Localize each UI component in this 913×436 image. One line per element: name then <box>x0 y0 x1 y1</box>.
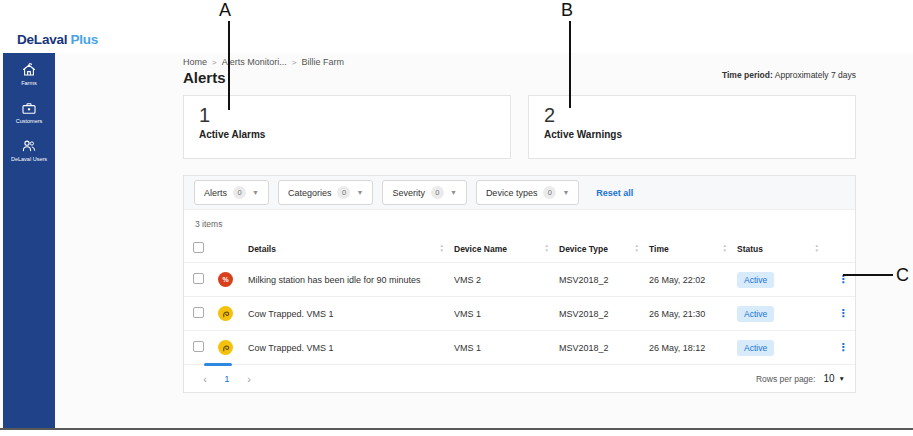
sidebar-nav: Farms Customers <box>3 53 55 428</box>
row-checkbox[interactable] <box>193 273 204 284</box>
summary-cards: 1 Active Alarms 2 Active Warnings <box>183 95 856 159</box>
breadcrumb: Home > Alerts Monitori... > Billie Farm <box>183 57 856 67</box>
breadcrumb-separator: > <box>212 58 217 67</box>
table-row: Cow Trapped. VMS 1 VMS 1 MSV2018_2 26 Ma… <box>184 296 855 330</box>
filter-count-badge: 0 <box>543 186 556 199</box>
alert-details: Milking station has been idle for 90 min… <box>248 275 454 285</box>
breadcrumb-home[interactable]: Home <box>183 57 207 67</box>
app-body: Farms Customers <box>0 53 913 428</box>
rows-per-page-select[interactable]: 10 <box>823 373 834 384</box>
next-page-button[interactable]: › <box>238 373 260 385</box>
active-page-indicator <box>204 363 232 366</box>
status-badge[interactable]: Active <box>737 340 774 356</box>
filter-dropdown-categories[interactable]: Categories 0 ▼ <box>278 180 373 205</box>
alert-details: Cow Trapped. VMS 1 <box>248 309 454 319</box>
app-window: DeLavalPlus Farms <box>0 25 913 430</box>
time-period-value: Approximately 7 days <box>775 70 856 80</box>
users-icon <box>21 139 37 153</box>
active-warnings-card[interactable]: 2 Active Warnings <box>528 95 856 159</box>
row-actions-menu-icon[interactable]: ⋮ <box>829 307 857 320</box>
column-header-status[interactable]: Status <box>737 244 763 254</box>
callout-line-b <box>569 21 571 108</box>
active-alarms-card[interactable]: 1 Active Alarms <box>183 95 511 159</box>
row-actions-menu-icon[interactable]: ⋮ <box>829 341 857 354</box>
screenshot-canvas: A B C DeLavalPlus Farms <box>0 0 913 436</box>
chevron-down-icon: ▼ <box>356 189 363 196</box>
breadcrumb-billie-farm[interactable]: Billie Farm <box>301 57 344 67</box>
time-period: Time period: Approximately 7 days <box>722 70 856 80</box>
callout-label-a: A <box>219 0 231 21</box>
logo-text-delaval: DeLaval <box>17 32 67 47</box>
callout-line-c <box>843 274 893 276</box>
chevron-down-icon: ▼ <box>562 189 569 196</box>
alert-time: 26 May, 18:12 <box>649 343 737 353</box>
table-row: Cow Trapped. VMS 1 VMS 1 MSV2018_2 26 Ma… <box>184 330 855 364</box>
pagination: ‹ 1 › Rows per page: 10 ▼ <box>184 364 855 392</box>
alert-time: 26 May, 21:30 <box>649 309 737 319</box>
filter-bar: Alerts 0 ▼ Categories 0 ▼ Severity 0 <box>184 176 855 210</box>
rows-per-page: Rows per page: 10 ▼ <box>756 373 845 384</box>
sort-icon[interactable]: ▲▼ <box>545 244 549 253</box>
farm-icon <box>21 63 37 77</box>
filter-dropdown-severity[interactable]: Severity 0 ▼ <box>382 180 466 205</box>
device-type: MSV2018_2 <box>559 309 649 319</box>
sidebar-item-delaval-users[interactable]: DeLaval Users <box>3 139 55 162</box>
sidebar-item-label: Customers <box>16 118 43 124</box>
main-content: Home > Alerts Monitori... > Billie Farm … <box>183 53 856 428</box>
callout-label-c: C <box>896 265 909 286</box>
column-header-details[interactable]: Details <box>248 244 276 254</box>
sort-icon[interactable]: ▲▼ <box>723 244 727 253</box>
filter-count-badge: 0 <box>431 186 444 199</box>
column-header-device-type[interactable]: Device Type <box>559 244 608 254</box>
callout-label-b: B <box>561 0 573 21</box>
filter-label: Alerts <box>204 188 227 198</box>
active-alarms-label: Active Alarms <box>199 129 495 140</box>
alert-time: 26 May, 22:02 <box>649 275 737 285</box>
chevron-down-icon: ▼ <box>450 189 457 196</box>
filter-label: Categories <box>288 188 332 198</box>
delaval-plus-logo[interactable]: DeLavalPlus <box>17 32 98 47</box>
sort-icon[interactable]: ▲▼ <box>440 244 444 253</box>
filter-label: Device types <box>486 188 538 198</box>
top-header: DeLavalPlus <box>0 25 913 53</box>
filter-dropdown-device-types[interactable]: Device types 0 ▼ <box>476 180 579 205</box>
filter-dropdown-alerts[interactable]: Alerts 0 ▼ <box>194 180 269 205</box>
sidebar-item-label: DeLaval Users <box>11 156 47 162</box>
sort-icon[interactable]: ▲▼ <box>815 244 819 253</box>
device-name: VMS 2 <box>454 275 559 285</box>
sidebar-item-label: Farms <box>21 80 37 86</box>
device-type: MSV2018_2 <box>559 275 649 285</box>
column-header-device-name[interactable]: Device Name <box>454 244 507 254</box>
status-badge[interactable]: Active <box>737 306 774 322</box>
items-count: 3 items <box>184 210 855 235</box>
reset-all-link[interactable]: Reset all <box>596 188 633 198</box>
row-checkbox[interactable] <box>193 341 204 352</box>
time-period-label: Time period: <box>722 70 773 80</box>
callout-line-a <box>228 21 230 110</box>
sidebar-item-customers[interactable]: Customers <box>3 101 55 124</box>
filter-label: Severity <box>392 188 425 198</box>
warning-severity-icon <box>218 306 233 321</box>
breadcrumb-separator: > <box>292 58 297 67</box>
table-header-row: Details ▲▼ Device Name ▲▼ Device Type ▲▼ <box>184 235 855 262</box>
briefcase-icon <box>21 101 37 115</box>
device-type: MSV2018_2 <box>559 343 649 353</box>
rows-per-page-label: Rows per page: <box>756 374 816 384</box>
sidebar-item-farms[interactable]: Farms <box>3 63 55 86</box>
chevron-down-icon: ▼ <box>252 189 259 196</box>
page-number[interactable]: 1 <box>216 373 238 384</box>
filter-count-badge: 0 <box>233 186 246 199</box>
select-all-checkbox[interactable] <box>193 242 204 253</box>
device-name: VMS 1 <box>454 343 559 353</box>
chevron-down-icon[interactable]: ▼ <box>839 375 845 382</box>
breadcrumb-alerts-monitoring[interactable]: Alerts Monitori... <box>222 57 287 67</box>
logo-text-plus: Plus <box>70 32 98 47</box>
device-name: VMS 1 <box>454 309 559 319</box>
row-checkbox[interactable] <box>193 307 204 318</box>
column-header-time[interactable]: Time <box>649 244 669 254</box>
status-badge[interactable]: Active <box>737 272 774 288</box>
active-warnings-count: 2 <box>544 104 840 127</box>
sort-icon[interactable]: ▲▼ <box>635 244 639 253</box>
alerts-table-card: Alerts 0 ▼ Categories 0 ▼ Severity 0 <box>183 175 856 393</box>
prev-page-button[interactable]: ‹ <box>194 373 216 385</box>
